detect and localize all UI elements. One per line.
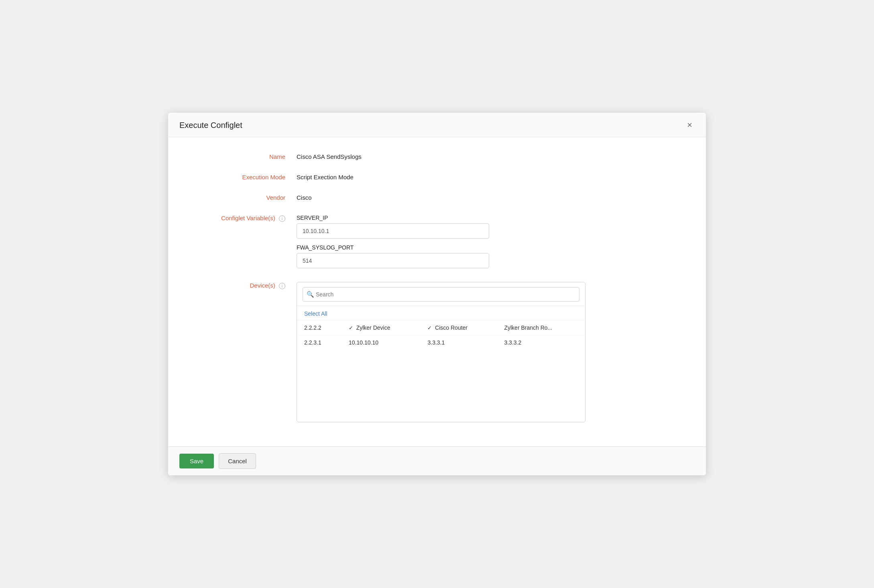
devices-value: 🔍 Select All 2.2.2.2✓ Zylker Device✓ Cis…: [297, 280, 682, 422]
var2-name: FWA_SYSLOG_PORT: [297, 244, 682, 251]
device-search-input[interactable]: [303, 287, 579, 302]
configlet-variables-label: Configlet Variable(s) i: [192, 213, 297, 222]
configlet-variables-row: Configlet Variable(s) i SERVER_IP FWA_SY…: [192, 213, 682, 268]
device-col1: 2.2.3.1: [297, 335, 341, 350]
devices-box: 🔍 Select All 2.2.2.2✓ Zylker Device✓ Cis…: [297, 282, 585, 422]
execution-mode-row: Execution Mode Script Exection Mode: [192, 172, 682, 180]
devices-info-icon[interactable]: i: [279, 283, 285, 289]
save-button[interactable]: Save: [179, 454, 214, 468]
vendor-value: Cisco: [297, 193, 682, 201]
table-row: 2.2.2.2✓ Zylker Device✓ Cisco RouterZylk…: [297, 320, 585, 335]
device-col2: 10.10.10.10: [341, 335, 420, 350]
dialog-header: Execute Configlet ×: [168, 113, 706, 137]
configlet-variables-value: SERVER_IP FWA_SYSLOG_PORT: [297, 213, 682, 268]
search-icon: 🔍: [307, 291, 314, 298]
device-col3: ✓ Cisco Router: [420, 320, 497, 335]
dialog-body: Name Cisco ASA SendSyslogs Execution Mod…: [168, 137, 706, 446]
vendor-row: Vendor Cisco: [192, 193, 682, 201]
execution-mode-value: Script Exection Mode: [297, 172, 682, 180]
select-all-button[interactable]: Select All: [304, 310, 327, 317]
execute-configlet-dialog: Execute Configlet × Name Cisco ASA SendS…: [168, 113, 706, 475]
devices-empty-space: [297, 350, 585, 422]
close-button[interactable]: ×: [685, 120, 695, 130]
checkmark-icon: ✓: [349, 325, 355, 331]
device-col4: Zylker Branch Ro...: [497, 320, 585, 335]
name-label: Name: [192, 152, 297, 160]
select-all-row: Select All: [297, 306, 585, 320]
cancel-button[interactable]: Cancel: [219, 453, 256, 469]
name-value: Cisco ASA SendSyslogs: [297, 152, 682, 160]
dialog-title: Execute Configlet: [179, 121, 242, 130]
devices-label: Device(s) i: [192, 280, 297, 289]
var1-input[interactable]: [297, 223, 489, 239]
var1-name: SERVER_IP: [297, 215, 682, 221]
name-row: Name Cisco ASA SendSyslogs: [192, 152, 682, 160]
device-col1: 2.2.2.2: [297, 320, 341, 335]
device-col2: ✓ Zylker Device: [341, 320, 420, 335]
table-row: 2.2.3.110.10.10.103.3.3.13.3.3.2: [297, 335, 585, 350]
device-col4: 3.3.3.2: [497, 335, 585, 350]
device-table: 2.2.2.2✓ Zylker Device✓ Cisco RouterZylk…: [297, 320, 585, 350]
vendor-label: Vendor: [192, 193, 297, 201]
search-input-wrap: 🔍: [303, 287, 579, 302]
execution-mode-label: Execution Mode: [192, 172, 297, 180]
devices-row: Device(s) i 🔍 Select All: [192, 280, 682, 422]
device-col3: 3.3.3.1: [420, 335, 497, 350]
configlet-variables-info-icon[interactable]: i: [279, 215, 285, 222]
dialog-footer: Save Cancel: [168, 446, 706, 475]
checkmark-icon: ✓: [427, 325, 433, 331]
var2-input[interactable]: [297, 253, 489, 268]
search-row: 🔍: [297, 282, 585, 306]
